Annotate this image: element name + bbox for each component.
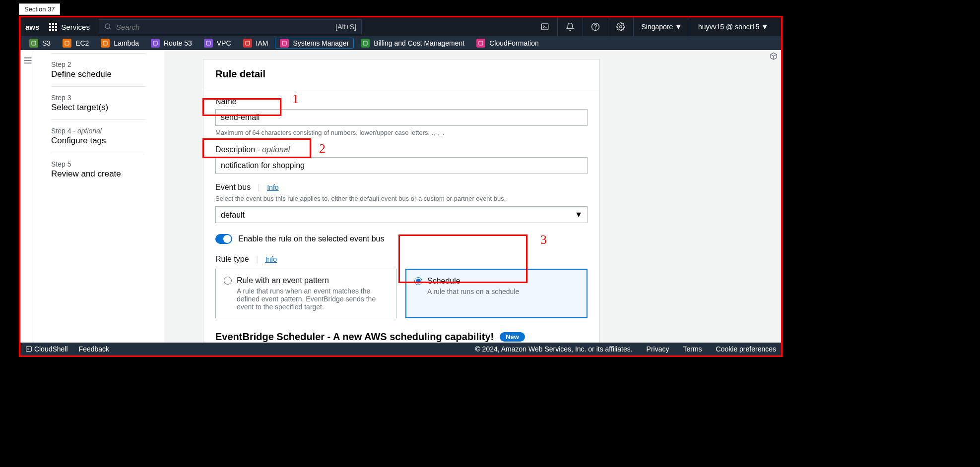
radio-schedule[interactable]	[414, 277, 422, 285]
service-link-iam[interactable]: IAM	[238, 38, 273, 49]
svg-rect-7	[65, 41, 69, 45]
service-label: Systems Manager	[293, 39, 349, 47]
cube-icon[interactable]	[769, 52, 778, 61]
service-icon	[29, 39, 38, 48]
event-bus-select[interactable]: default	[215, 206, 588, 223]
footer-copyright: © 2024, Amazon Web Services, Inc. or its…	[475, 345, 632, 353]
service-label: VPC	[217, 39, 231, 47]
wizard-step[interactable]: Step 2Define schedule	[51, 53, 145, 86]
cloudshell-icon[interactable]	[532, 17, 557, 36]
service-label: Lambda	[114, 39, 139, 47]
service-icon	[63, 39, 71, 48]
help-icon[interactable]	[583, 17, 608, 36]
grid-icon	[49, 23, 57, 31]
top-header: aws Services [Alt+S]	[20, 17, 781, 36]
rule-type-event-pattern[interactable]: Rule with an event pattern A rule that r…	[215, 269, 396, 318]
service-link-s3[interactable]: S3	[24, 38, 56, 49]
name-input[interactable]	[215, 109, 588, 126]
radio-title: Schedule	[427, 277, 460, 286]
rule-type-schedule[interactable]: Schedule A rule that runs on a schedule	[405, 269, 588, 318]
aws-logo[interactable]: aws	[25, 23, 39, 31]
annotation-number-2: 2	[319, 141, 326, 156]
annotation-number-1: 1	[292, 92, 299, 107]
info-link[interactable]: Info	[265, 255, 277, 263]
info-link[interactable]: Info	[267, 183, 278, 191]
footer-privacy[interactable]: Privacy	[647, 345, 669, 353]
step-title: Define schedule	[51, 69, 145, 79]
svg-rect-6	[32, 41, 36, 45]
name-label: Name	[215, 97, 588, 106]
step-number: Step 5	[51, 160, 145, 168]
service-icon	[243, 39, 252, 48]
services-menu[interactable]: Services	[49, 23, 90, 31]
step-title: Configure tags	[51, 136, 145, 146]
step-number: Step 3	[51, 94, 145, 102]
footer-terms[interactable]: Terms	[683, 345, 702, 353]
description-label-text: Description -	[215, 145, 262, 154]
service-link-vpc[interactable]: VPC	[199, 38, 236, 49]
sidebar-toggle[interactable]	[20, 50, 35, 344]
radio-desc: A rule that runs on a schedule	[427, 288, 579, 295]
svg-rect-13	[363, 41, 367, 45]
service-icon	[361, 39, 370, 48]
step-title: Select target(s)	[51, 103, 145, 113]
service-link-route-53[interactable]: Route 53	[146, 38, 197, 49]
svg-rect-12	[282, 41, 286, 45]
event-bus-label-text: Event bus	[215, 183, 251, 191]
step-number: Step 2	[51, 60, 145, 68]
optional-tag: optional	[262, 145, 290, 154]
service-link-cloudformation[interactable]: CloudFormation	[471, 38, 544, 49]
svg-point-0	[105, 24, 110, 28]
svg-rect-14	[479, 41, 483, 45]
service-label: EC2	[75, 39, 89, 47]
notifications-icon[interactable]	[557, 17, 583, 36]
radio-event-pattern[interactable]	[224, 277, 232, 285]
service-label: S3	[42, 39, 51, 47]
wizard-step[interactable]: Step 5Review and create	[51, 153, 145, 186]
service-icon	[476, 39, 485, 48]
right-gutter	[607, 50, 781, 344]
settings-icon[interactable]	[608, 17, 633, 36]
footer-cloudshell-label: CloudShell	[34, 345, 68, 353]
search-input[interactable]	[116, 23, 335, 31]
console-footer: CloudShell Feedback © 2024, Amazon Web S…	[20, 343, 781, 355]
svg-point-21	[765, 357, 769, 357]
svg-point-4	[595, 29, 595, 29]
main-content: Rule detail Name Maximum of 64 character…	[164, 50, 607, 344]
service-link-lambda[interactable]: Lambda	[96, 38, 144, 49]
account-menu[interactable]: huyvv15 @ sonct15 ▼	[690, 17, 776, 36]
global-search[interactable]: [Alt+S]	[99, 19, 362, 34]
footer-cookies[interactable]: Cookie preferences	[716, 345, 776, 353]
service-link-ec2[interactable]: EC2	[58, 38, 94, 49]
service-label: Billing and Cost Management	[374, 39, 464, 47]
step-number: Step 4 - optional	[51, 127, 145, 135]
service-label: CloudFormation	[489, 39, 539, 47]
wizard-steps-sidebar: Step 2Define scheduleStep 3Select target…	[35, 50, 164, 344]
toggle-label: Enable the rule on the selected event bu…	[238, 234, 384, 243]
new-badge: New	[500, 332, 525, 342]
wizard-step[interactable]: Step 3Select target(s)	[51, 86, 145, 119]
event-bus-hint: Select the event bus this rule applies t…	[215, 195, 588, 202]
svg-rect-8	[103, 41, 107, 45]
region-label: Singapore	[642, 23, 673, 31]
enable-rule-toggle[interactable]	[215, 234, 232, 244]
panel-title: Rule detail	[215, 68, 588, 80]
service-link-billing-and-cost-management[interactable]: Billing and Cost Management	[356, 38, 469, 49]
footer-feedback[interactable]: Feedback	[79, 345, 109, 353]
wizard-step[interactable]: Step 4 - optionalConfigure tags	[51, 119, 145, 153]
footer-cloudshell[interactable]: CloudShell	[25, 345, 68, 353]
service-icon	[280, 39, 289, 48]
scheduler-heading: EventBridge Scheduler - A new AWS schedu…	[215, 331, 494, 343]
service-shortcut-bar: S3EC2LambdaRoute 53VPCIAMSystems Manager…	[20, 36, 781, 50]
service-link-systems-manager[interactable]: Systems Manager	[275, 38, 354, 49]
region-selector[interactable]: Singapore ▼	[633, 17, 690, 36]
hamburger-icon	[23, 57, 32, 64]
description-input[interactable]	[215, 157, 588, 174]
event-bus-label: Event bus | Info	[215, 183, 588, 192]
search-icon	[104, 23, 112, 31]
radio-title: Rule with an event pattern	[237, 276, 329, 285]
service-icon	[204, 39, 213, 48]
app-frame: aws Services [Alt+S]	[19, 16, 783, 357]
service-label: IAM	[256, 39, 268, 47]
rule-detail-panel: Rule detail Name Maximum of 64 character…	[203, 59, 600, 344]
